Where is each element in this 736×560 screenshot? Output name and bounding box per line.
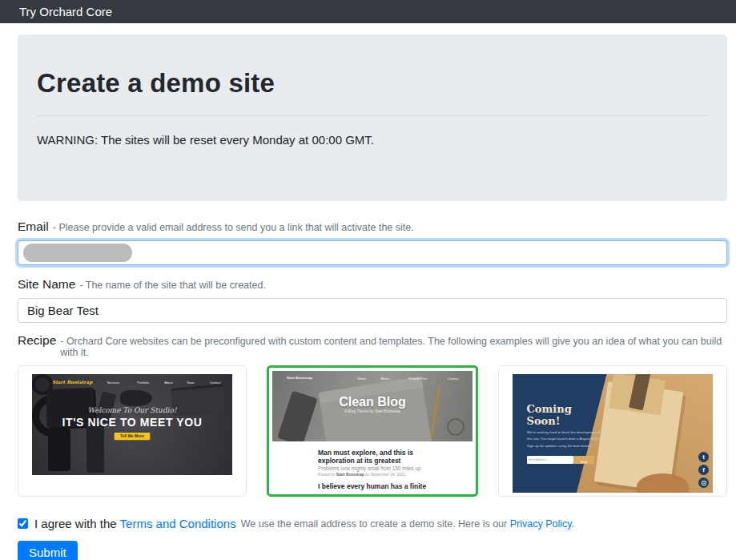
coming-soon-title: Coming Soon! bbox=[527, 403, 599, 427]
agree-checkbox[interactable] bbox=[18, 518, 28, 529]
blog-preview-image: Start Bootstrap Home About Sample Post C… bbox=[272, 371, 473, 491]
agency-hero: Welcome To Our Studio! IT'S NICE TO MEET… bbox=[32, 406, 232, 445]
blog-header-photo: Start Bootstrap Home About Sample Post C… bbox=[272, 371, 473, 441]
agency-bowtie-shape bbox=[120, 390, 152, 406]
blog-post2-title: I believe every human has a finite bbox=[318, 482, 438, 490]
blog-subtitle: A Blog Theme by Start Bootstrap bbox=[312, 409, 432, 413]
email-label-line: Email - Please provide a valid email add… bbox=[18, 220, 727, 234]
blog-post1-meta-prefix: Posted by bbox=[318, 473, 335, 477]
agency-nav-item: Portfolio bbox=[137, 381, 149, 385]
agency-nav-item: About bbox=[165, 381, 173, 385]
blog-post1-meta: Posted by Start Bootstrap on September 2… bbox=[318, 473, 435, 477]
site-name-input[interactable] bbox=[18, 298, 727, 323]
blog-nav-item: Home bbox=[357, 377, 366, 381]
recipe-card-coming-soon[interactable]: Coming Soon! We're working hard to finis… bbox=[498, 365, 727, 497]
facebook-icon: f bbox=[698, 465, 709, 475]
blog-posts: Man must explore, and this is exploratio… bbox=[272, 441, 473, 491]
coming-soon-signup-form: Email Address Notify Me bbox=[527, 456, 599, 464]
site-name-hint: - The name of the site that will be crea… bbox=[79, 280, 266, 291]
agency-cta-button: Tell Me More bbox=[115, 433, 151, 440]
blog-nav-item: Contact bbox=[448, 377, 459, 381]
blog-title: Clean Blog bbox=[272, 395, 473, 409]
agree-text: I agree with the bbox=[34, 517, 117, 530]
agency-preview-image: Start Bootstrap Services Portfolio About… bbox=[32, 374, 232, 475]
recipe-label: Recipe bbox=[18, 333, 56, 348]
coming-soon-notify-button: Notify Me bbox=[573, 456, 594, 464]
redacted-email-value bbox=[23, 244, 132, 262]
coming-soon-line1: We're working hard to finish the develop… bbox=[527, 430, 572, 434]
blog-nav-item: Sample Post bbox=[408, 377, 427, 381]
privacy-policy-link[interactable]: Privacy Policy. bbox=[510, 518, 574, 530]
agency-title: IT'S NICE TO MEET YOU bbox=[32, 416, 232, 429]
blog-navbar: Home About Sample Post Contact bbox=[353, 377, 465, 384]
top-navbar: Try Orchard Core bbox=[0, 0, 736, 23]
coming-soon-email-input: Email Address bbox=[527, 456, 573, 464]
agency-nav-item: Services bbox=[107, 381, 119, 385]
page-container: Create a demo site WARNING: The sites wi… bbox=[18, 34, 727, 560]
coming-soon-content: Coming Soon! We're working hard to finis… bbox=[527, 403, 599, 464]
coming-soon-preview-image: Coming Soon! We're working hard to finis… bbox=[513, 374, 713, 493]
warning-text: WARNING: The sites will be reset every M… bbox=[37, 133, 708, 147]
recipe-card-blog-selected[interactable]: Start Bootstrap Home About Sample Post C… bbox=[267, 365, 478, 497]
coming-soon-text: We're working hard to finish the develop… bbox=[527, 430, 599, 451]
coming-soon-hand-shape bbox=[637, 473, 689, 493]
jumbotron-divider bbox=[37, 115, 708, 116]
coming-soon-notify-label: Notify Me bbox=[578, 460, 589, 464]
email-field[interactable] bbox=[18, 240, 727, 265]
agency-nav-item: Contact bbox=[210, 381, 221, 385]
twitter-icon: t bbox=[698, 452, 709, 462]
recipe-group: Recipe - Orchard Core websites can be pr… bbox=[18, 333, 727, 497]
coming-soon-line3: Sign up for updates using the form below… bbox=[527, 444, 572, 448]
site-name-label-line: Site Name - The name of the site that wi… bbox=[18, 277, 727, 292]
email-hint: - Please provide a valid email address t… bbox=[53, 222, 414, 233]
agency-brand-logo: Start Bootstrap bbox=[52, 379, 92, 385]
blog-hero: Clean Blog A Blog Theme by Start Bootstr… bbox=[272, 395, 473, 417]
agency-tagline: Welcome To Our Studio! bbox=[32, 406, 232, 414]
site-name-label: Site Name bbox=[18, 277, 75, 292]
agency-nav-item: Team bbox=[187, 381, 195, 385]
recipe-label-line: Recipe - Orchard Core websites can be pr… bbox=[18, 333, 727, 358]
instagram-icon bbox=[698, 477, 709, 488]
agree-row: I agree with the Terms and Conditions We… bbox=[18, 517, 727, 530]
jumbotron: Create a demo site WARNING: The sites wi… bbox=[18, 34, 727, 201]
blog-post1-title: Man must explore, and this is exploratio… bbox=[318, 449, 438, 465]
recipe-hint: - Orchard Core websites can be preconfig… bbox=[60, 336, 727, 358]
agree-note: We use the email address to create a dem… bbox=[241, 518, 574, 530]
blog-post1-meta-author: Start Bootstrap bbox=[336, 473, 364, 477]
blog-post1-meta-date: on September 24, 2021 bbox=[365, 473, 405, 477]
navbar-brand[interactable]: Try Orchard Core bbox=[0, 5, 112, 18]
site-name-group: Site Name - The name of the site that wi… bbox=[18, 277, 727, 323]
blog-brand: Start Bootstrap bbox=[287, 376, 312, 380]
email-label: Email bbox=[18, 220, 49, 234]
agree-note-text: We use the email address to create a dem… bbox=[241, 518, 508, 530]
coming-soon-social-icons: t f bbox=[698, 452, 709, 488]
terms-link[interactable]: Terms and Conditions bbox=[120, 517, 236, 530]
coming-soon-email-placeholder: Email Address bbox=[529, 457, 546, 461]
recipe-card-agency[interactable]: Start Bootstrap Services Portfolio About… bbox=[18, 365, 247, 497]
email-group: Email - Please provide a valid email add… bbox=[18, 220, 727, 265]
coming-soon-line2: this site. Our target launch date is Aug… bbox=[527, 437, 572, 441]
agency-navbar: Services Portfolio About Team Contact bbox=[101, 381, 226, 388]
submit-button[interactable]: Submit bbox=[18, 541, 78, 560]
recipe-cards: Start Bootstrap Services Portfolio About… bbox=[18, 365, 727, 497]
blog-post1-subtitle: Problems look mighty small from 150 mile… bbox=[318, 466, 450, 471]
page-title: Create a demo site bbox=[37, 68, 708, 99]
blog-nav-item: About bbox=[380, 377, 388, 381]
